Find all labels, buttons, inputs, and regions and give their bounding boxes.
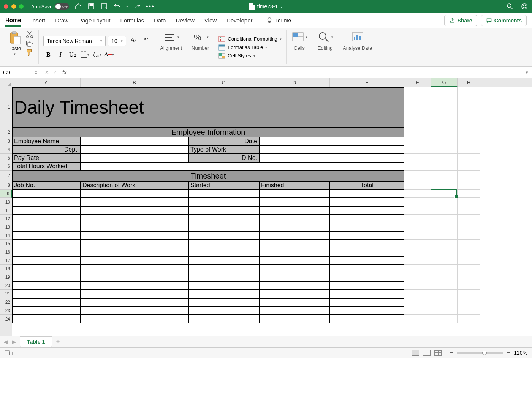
- cell[interactable]: [259, 298, 330, 306]
- cell[interactable]: [259, 206, 330, 215]
- cell[interactable]: [81, 256, 188, 265]
- row-header-11[interactable]: 11: [0, 206, 12, 215]
- row-header-17[interactable]: 17: [0, 256, 12, 265]
- row-header-19[interactable]: 19: [0, 273, 12, 281]
- name-box[interactable]: G9 ▲▼: [0, 67, 41, 78]
- tab-draw[interactable]: Draw: [55, 15, 68, 26]
- cell[interactable]: [81, 315, 188, 323]
- format-as-table-button[interactable]: Format as Table▾: [218, 44, 282, 51]
- cells-area[interactable]: Daily TimesheetEmployee InformationEmplo…: [12, 87, 532, 336]
- row-header-15[interactable]: 15: [0, 240, 12, 248]
- row-header-13[interactable]: 13: [0, 223, 12, 231]
- minimize-icon[interactable]: [11, 4, 16, 9]
- cell[interactable]: [188, 198, 259, 206]
- cell[interactable]: [259, 223, 330, 231]
- conditional-formatting-button[interactable]: Conditional Formatting▾: [218, 35, 282, 43]
- cell[interactable]: [12, 223, 81, 231]
- tab-insert[interactable]: Insert: [31, 15, 46, 26]
- col-header-G[interactable]: G: [431, 78, 458, 87]
- row-header-21[interactable]: 21: [0, 290, 12, 298]
- copy-icon[interactable]: ▾: [25, 39, 34, 47]
- cell[interactable]: [259, 290, 330, 298]
- cell[interactable]: [81, 162, 404, 171]
- share-button[interactable]: Share: [444, 15, 477, 26]
- tab-data[interactable]: Data: [154, 15, 166, 26]
- cell[interactable]: [188, 248, 259, 256]
- cell[interactable]: [188, 206, 259, 215]
- col-header-H[interactable]: H: [458, 78, 480, 87]
- cell[interactable]: [259, 240, 330, 248]
- toggle-switch[interactable]: OFF: [55, 3, 69, 10]
- prev-sheet-icon[interactable]: ◀: [4, 339, 8, 345]
- row-header-2[interactable]: 2: [0, 127, 12, 137]
- row-header-24[interactable]: 24: [0, 315, 12, 323]
- cell[interactable]: [12, 198, 81, 206]
- cell[interactable]: [188, 265, 259, 273]
- cell-styles-button[interactable]: Cell Styles▾: [218, 52, 282, 60]
- cell[interactable]: [81, 298, 188, 306]
- cell[interactable]: [330, 306, 404, 315]
- col-header-B[interactable]: B: [81, 78, 188, 87]
- cell[interactable]: [188, 223, 259, 231]
- cell[interactable]: [259, 145, 404, 154]
- cell[interactable]: Total: [330, 181, 404, 190]
- cell[interactable]: [330, 190, 404, 198]
- cell[interactable]: [12, 265, 81, 273]
- zoom-slider[interactable]: [457, 352, 503, 354]
- cell[interactable]: [81, 306, 188, 315]
- cells-button[interactable]: ▾ Cells: [291, 30, 307, 51]
- zoom-out-icon[interactable]: −: [450, 349, 453, 356]
- cell[interactable]: [188, 215, 259, 223]
- cell[interactable]: Employee Name: [12, 137, 81, 145]
- cell[interactable]: [259, 154, 404, 162]
- fill-color-button[interactable]: ▾: [92, 50, 102, 59]
- tab-page-layout[interactable]: Page Layout: [78, 15, 110, 26]
- cell[interactable]: Description of Work: [81, 181, 188, 190]
- row-header-7[interactable]: 7: [0, 171, 12, 181]
- cell[interactable]: [330, 215, 404, 223]
- cell[interactable]: [330, 298, 404, 306]
- namebox-spinner[interactable]: ▲▼: [35, 70, 38, 75]
- cell[interactable]: [188, 256, 259, 265]
- cell[interactable]: [188, 306, 259, 315]
- cell[interactable]: [12, 315, 81, 323]
- decrease-font-icon[interactable]: Aˇ: [141, 36, 150, 46]
- format-painter-icon[interactable]: [25, 49, 34, 56]
- row-header-20[interactable]: 20: [0, 281, 12, 290]
- tab-review[interactable]: Review: [176, 15, 195, 26]
- tab-formulas[interactable]: Formulas: [120, 15, 144, 26]
- cell[interactable]: [330, 256, 404, 265]
- cell[interactable]: [330, 206, 404, 215]
- row-header-16[interactable]: 16: [0, 248, 12, 256]
- cell[interactable]: [330, 273, 404, 281]
- cell[interactable]: [330, 281, 404, 290]
- cell[interactable]: Pay Rate: [12, 154, 81, 162]
- cancel-icon[interactable]: ✕: [45, 70, 49, 76]
- col-header-F[interactable]: F: [404, 78, 431, 87]
- select-all-corner[interactable]: [0, 78, 12, 87]
- cell[interactable]: [330, 240, 404, 248]
- font-color-button[interactable]: A▾: [104, 50, 114, 59]
- cell[interactable]: [12, 281, 81, 290]
- cell[interactable]: [188, 315, 259, 323]
- smiley-icon[interactable]: [521, 3, 528, 10]
- cell[interactable]: [330, 223, 404, 231]
- cell[interactable]: Date: [188, 137, 259, 145]
- cell[interactable]: [259, 231, 330, 240]
- redo-icon[interactable]: [133, 3, 141, 10]
- cell[interactable]: [330, 198, 404, 206]
- cell[interactable]: [259, 315, 330, 323]
- cell[interactable]: [12, 190, 81, 198]
- cell[interactable]: [330, 315, 404, 323]
- cell[interactable]: [81, 281, 188, 290]
- normal-view-icon[interactable]: [412, 350, 419, 356]
- cut-icon[interactable]: [25, 30, 34, 38]
- cell[interactable]: [81, 190, 188, 198]
- cell[interactable]: Total Hours Worked: [12, 162, 81, 171]
- cell[interactable]: Daily Timesheet: [12, 87, 404, 127]
- row-header-14[interactable]: 14: [0, 231, 12, 240]
- row-header-8[interactable]: 8: [0, 181, 12, 190]
- cell[interactable]: [188, 273, 259, 281]
- font-name-select[interactable]: Times New Roman▾: [43, 36, 106, 46]
- save-icon[interactable]: [87, 3, 95, 10]
